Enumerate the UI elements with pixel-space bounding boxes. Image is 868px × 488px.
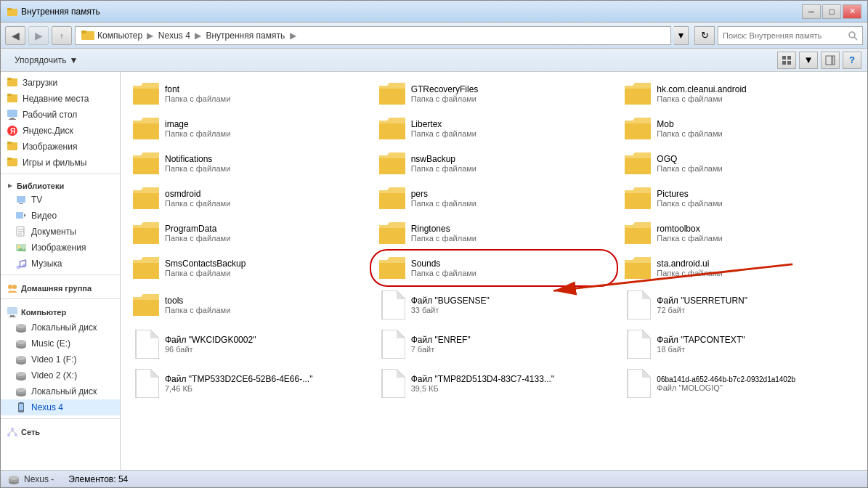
back-button[interactable]: ◀ bbox=[5, 26, 25, 45]
file-item-tapcontext[interactable]: Файл "TAPCONTEXT" 18 байт bbox=[618, 326, 861, 362]
view-toggle-button[interactable] bbox=[777, 52, 796, 69]
file-item-hkcom[interactable]: hk.com.cleanui.android Папка с файлами bbox=[618, 78, 861, 110]
file-item-image[interactable]: image Папка с файлами bbox=[126, 113, 370, 145]
file-item-gtrecovery[interactable]: GTRecoveryFiles Папка с файлами bbox=[373, 78, 616, 110]
search-box[interactable] bbox=[718, 26, 863, 45]
file-item-romtoolbox[interactable]: romtoolbox Папка с файлами bbox=[618, 217, 861, 249]
maximize-button[interactable]: □ bbox=[822, 4, 841, 19]
sidebar-section-computer[interactable]: Компьютер bbox=[1, 302, 120, 320]
help-button[interactable]: ? bbox=[843, 52, 861, 69]
file-item-nswbackup[interactable]: nswBackup Папка с файлами bbox=[373, 147, 616, 179]
sidebar-section-network[interactable]: Сеть bbox=[1, 422, 120, 439]
file-item-sta-android[interactable]: sta.android.ui Папка с файлами bbox=[618, 252, 861, 284]
sidebar-item-recent[interactable]: Недавние места bbox=[1, 91, 120, 107]
svg-rect-11 bbox=[832, 56, 835, 65]
nav-bar: ◀ ▶ ↑ Компьютер ▶ Nexus 4 ▶ Внутренняя п… bbox=[1, 23, 867, 49]
recent-icon bbox=[7, 93, 18, 105]
file-info: Файл "USERRETURN" 72 байт bbox=[657, 296, 747, 314]
file-info: GTRecoveryFiles Папка с файлами bbox=[411, 84, 479, 103]
folder-icon bbox=[131, 116, 161, 141]
svg-marker-29 bbox=[24, 214, 26, 217]
file-icon bbox=[623, 369, 652, 398]
up-button[interactable]: ↑ bbox=[52, 26, 72, 45]
file-item-libertex[interactable]: Libertex Папка с файлами bbox=[373, 113, 616, 145]
search-input[interactable] bbox=[723, 31, 845, 40]
svg-rect-13 bbox=[7, 78, 12, 80]
images-icon bbox=[7, 141, 18, 152]
svg-point-75 bbox=[9, 476, 19, 480]
address-bar-dropdown[interactable]: ▼ bbox=[674, 26, 689, 45]
file-info: Ringtones Папка с файлами bbox=[411, 224, 476, 243]
sidebar-item-documents[interactable]: Документы bbox=[1, 224, 120, 240]
file-item-bugsense[interactable]: Файл "BUGSENSE" 33 байт bbox=[373, 287, 616, 323]
forward-button[interactable]: ▶ bbox=[28, 26, 49, 45]
folder-icon bbox=[131, 221, 161, 245]
file-item-font[interactable]: font Папка с файлами bbox=[126, 78, 370, 110]
file-item-enref[interactable]: Файл "ENREF" 7 байт bbox=[373, 326, 616, 362]
sidebar-item-music-e[interactable]: Music (E:) bbox=[1, 336, 120, 351]
minimize-button[interactable]: ─ bbox=[802, 4, 821, 19]
file-item-tmp82d[interactable]: Файл "TMP82D513D4-83C7-4133..." 39,5 КБ bbox=[373, 365, 616, 402]
video-library-icon bbox=[15, 210, 27, 221]
file-item-wkcidgk[interactable]: Файл "WKCIDGK0002" 96 байт bbox=[126, 326, 370, 362]
sidebar-item-video-f[interactable]: Video 1 (F:) bbox=[1, 351, 120, 367]
address-bar-icon bbox=[81, 30, 94, 41]
svg-rect-18 bbox=[9, 119, 16, 120]
file-item-mologiq[interactable]: 06ba141d-a652-464b-b7c2-0932d1a1402b Фай… bbox=[618, 365, 861, 402]
svg-rect-47 bbox=[9, 317, 16, 317]
sidebar-item-music[interactable]: Музыка bbox=[1, 256, 120, 272]
sidebar-section-homegroup[interactable]: Домашняя группа bbox=[1, 278, 120, 296]
sidebar-item-tv[interactable]: TV bbox=[1, 192, 120, 208]
sidebar-item-nexus4[interactable]: Nexus 4 bbox=[1, 399, 120, 415]
svg-marker-25 bbox=[8, 184, 12, 188]
svg-point-59 bbox=[16, 372, 26, 376]
sidebar-item-pictures[interactable]: Изображения bbox=[1, 240, 120, 256]
preview-pane-button[interactable] bbox=[821, 52, 840, 69]
sidebar-item-images[interactable]: Изображения bbox=[1, 139, 120, 155]
sidebar-item-downloads[interactable]: Загрузки bbox=[1, 75, 120, 91]
svg-rect-16 bbox=[7, 110, 17, 117]
svg-point-65 bbox=[20, 411, 22, 412]
sidebar-item-local-c[interactable]: Локальный диск bbox=[1, 320, 120, 336]
file-info: Pictures Папка с файлами bbox=[657, 189, 722, 208]
close-button[interactable]: ✕ bbox=[843, 4, 861, 19]
folder-icon bbox=[623, 151, 652, 176]
file-info: 06ba141d-a652-464b-b7c2-0932d1a1402b Фай… bbox=[657, 375, 795, 392]
sidebar-divider-2 bbox=[1, 274, 120, 275]
sidebar-item-movies[interactable]: Игры и фильмы bbox=[1, 155, 120, 171]
folder-icon bbox=[378, 186, 407, 211]
file-item-mob[interactable]: Mob Папка с файлами bbox=[618, 113, 861, 145]
expand-icon bbox=[7, 182, 14, 190]
file-item-pictures-folder[interactable]: Pictures Папка с файлами bbox=[618, 182, 861, 214]
svg-point-50 bbox=[16, 324, 26, 328]
file-info: sta.android.ui Папка с файлами bbox=[657, 259, 722, 277]
file-info: SmsContactsBackup Папка с файлами bbox=[165, 259, 246, 277]
file-item-osmdroid[interactable]: osmdroid Папка с файлами bbox=[126, 182, 370, 214]
file-item-tools[interactable]: tools Папка с файлами bbox=[126, 287, 370, 323]
svg-rect-15 bbox=[7, 94, 12, 96]
view-dropdown-button[interactable]: ▼ bbox=[799, 52, 818, 69]
svg-point-68 bbox=[15, 434, 17, 436]
address-bar[interactable]: Компьютер ▶ Nexus 4 ▶ Внутренняя память … bbox=[75, 26, 671, 45]
file-item-smsbackup[interactable]: SmsContactsBackup Папка с файлами bbox=[126, 252, 370, 284]
organize-button[interactable]: Упорядочить ▼ bbox=[7, 52, 86, 69]
file-item-tmp533[interactable]: Файл "TMP533D2CE6-52B6-4E66-..." 7,46 КБ bbox=[126, 365, 370, 402]
sidebar-item-yandex[interactable]: Я Яндекс.Диск bbox=[1, 123, 120, 139]
sidebar-item-desktop[interactable]: Рабочий стол bbox=[1, 107, 120, 123]
file-item-pers[interactable]: pers Папка с файлами bbox=[373, 182, 616, 214]
sidebar-item-video-x[interactable]: Video 2 (X:) bbox=[1, 367, 120, 383]
file-item-programdata[interactable]: ProgramData Папка с файлами bbox=[126, 217, 370, 249]
file-item-ringtones[interactable]: Ringtones Папка с файлами bbox=[373, 217, 616, 249]
svg-rect-45 bbox=[7, 307, 17, 314]
sidebar-section-libraries[interactable]: Библиотеки bbox=[1, 177, 120, 192]
refresh-button[interactable]: ↻ bbox=[694, 26, 715, 45]
file-item-notifications[interactable]: Notifications Папка с файлами bbox=[126, 147, 370, 179]
file-icon bbox=[378, 369, 407, 398]
sidebar-item-local-d[interactable]: Локальный диск bbox=[1, 383, 120, 399]
file-item-sounds[interactable]: Sounds Папка с файлами bbox=[373, 252, 616, 284]
file-item-userreturn[interactable]: Файл "USERRETURN" 72 байт bbox=[618, 287, 861, 323]
svg-rect-6 bbox=[782, 56, 786, 60]
sidebar-item-video[interactable]: Видео bbox=[1, 208, 120, 224]
file-item-ogq[interactable]: OGQ Папка с файлами bbox=[618, 147, 861, 179]
toolbar-right: ▼ ? bbox=[777, 52, 861, 69]
